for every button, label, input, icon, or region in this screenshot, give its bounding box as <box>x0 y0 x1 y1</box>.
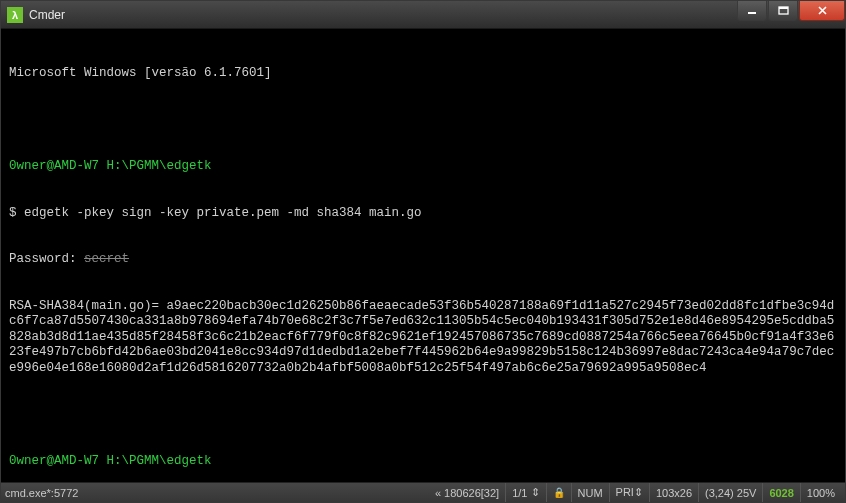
status-pri[interactable]: PRI⇕ <box>609 483 649 502</box>
app-window: λ Cmder Microsoft Windows [versão 6.1.76… <box>0 0 846 503</box>
minimize-button[interactable] <box>737 1 767 21</box>
app-icon: λ <box>7 7 23 23</box>
password-line: Password: secret <box>9 252 837 268</box>
status-process[interactable]: cmd.exe*:5772 <box>5 487 86 499</box>
password-masked: secret <box>84 252 129 266</box>
status-size[interactable]: 103x26 <box>649 483 698 502</box>
os-banner: Microsoft Windows [versão 6.1.7601] <box>9 66 837 82</box>
close-button[interactable] <box>799 1 845 21</box>
titlebar[interactable]: λ Cmder <box>1 1 845 29</box>
svg-rect-0 <box>748 12 756 14</box>
prompt-line: 0wner@AMD-W7 H:\PGMM\edgetk <box>9 454 837 470</box>
lock-icon[interactable]: 🔒 <box>546 483 571 502</box>
scroll-icon: ⇕ <box>531 486 540 499</box>
status-chars[interactable]: « 180626[32] <box>429 483 505 502</box>
prompt-path: H:\PGMM\edgetk <box>107 159 212 173</box>
status-cursor[interactable]: (3,24) 25V <box>698 483 762 502</box>
svg-rect-2 <box>779 7 788 9</box>
maximize-button[interactable] <box>768 1 798 21</box>
command-line: $ edgetk -pkey sign -key private.pem -md… <box>9 206 837 222</box>
hash-output: RSA-SHA384(main.go)= a9aec220bacb30ec1d2… <box>9 299 837 377</box>
status-line[interactable]: 1/1 ⇕ <box>505 483 545 502</box>
status-num[interactable]: NUM <box>571 483 609 502</box>
window-title: Cmder <box>29 8 736 22</box>
prompt-path: H:\PGMM\edgetk <box>107 454 212 468</box>
prompt-user: 0wner@AMD-W7 <box>9 159 99 173</box>
prompt-line: 0wner@AMD-W7 H:\PGMM\edgetk <box>9 159 837 175</box>
terminal-area[interactable]: Microsoft Windows [versão 6.1.7601] 0wne… <box>1 29 845 482</box>
prompt-user: 0wner@AMD-W7 <box>9 454 99 468</box>
status-pct[interactable]: 100% <box>800 483 841 502</box>
status-bar: cmd.exe*:5772 « 180626[32] 1/1 ⇕ 🔒 NUM P… <box>1 482 845 502</box>
window-controls <box>736 1 845 21</box>
status-pid[interactable]: 6028 <box>762 483 799 502</box>
